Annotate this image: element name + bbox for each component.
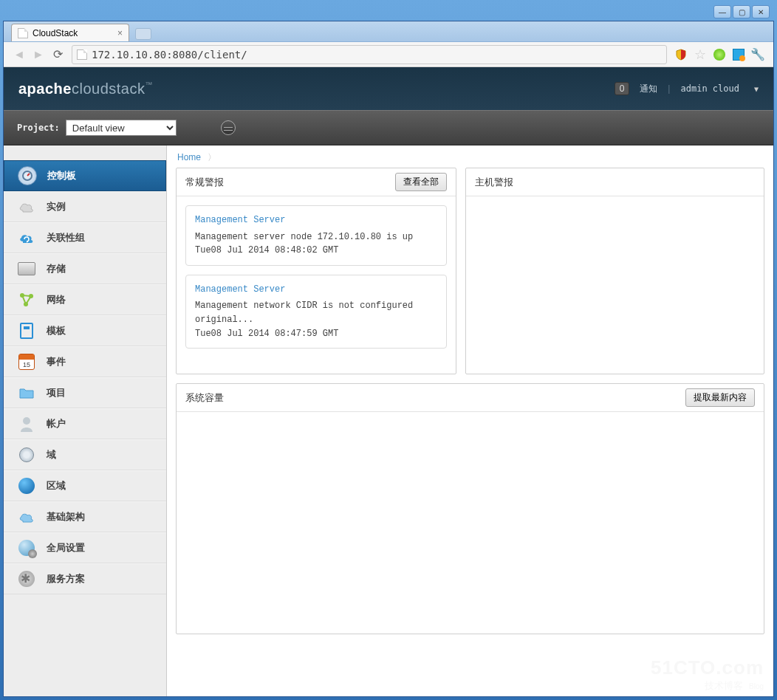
notification-label[interactable]: 通知 [640,83,657,95]
sidebar-item-dash[interactable]: 控制板 [4,160,166,191]
alert-timestamp: Tue08 Jul 2014 08:47:59 GMT [195,327,437,341]
sidebar-item-network[interactable]: 网络 [4,284,166,315]
sidebar-item-cloud-sync[interactable]: 关联性组 [4,222,166,253]
sidebar-item-label: 存储 [47,262,66,275]
globe-icon[interactable] [221,120,236,135]
sidebar-item-label: 域 [47,448,56,461]
forward-button[interactable]: ► [30,47,47,63]
url-bar[interactable]: 172.10.10.80:8080/client/ [72,45,667,64]
header-separator: | [668,83,670,94]
url-text: 172.10.10.80:8080/client/ [92,49,247,61]
chevron-down-icon: ▼ [754,85,759,93]
sidebar-item-label: 项目 [47,386,66,399]
project-label: Project: [17,123,60,133]
browser-menu-icon[interactable]: 🔧 [750,47,765,62]
alert-title: Management Server [195,213,437,227]
sidebar-item-user[interactable]: 帐户 [4,408,166,439]
refresh-capacity-button[interactable]: 提取最新内容 [685,388,755,407]
app-logo: apachecloudstack™ [18,80,153,97]
reload-button[interactable]: ⟳ [49,47,66,63]
breadcrumb-home[interactable]: Home [177,152,201,162]
sidebar-item-infra[interactable]: 基础架构 [4,501,166,532]
window-title-bar: — ▢ ✕ [3,3,774,21]
browser-toolbar: ◄ ► ⟳ 172.10.10.80:8080/client/ ☆ 🔧 [4,42,773,67]
sidebar-item-zone[interactable]: 区域 [4,470,166,501]
sidebar-item-template[interactable]: 模板 [4,315,166,346]
shield-icon[interactable] [674,47,688,62]
alert-message: Management network CIDR is not configure… [195,299,437,326]
sidebar-item-label: 事件 [47,355,66,368]
browser-tab[interactable]: CloudStack × [11,24,129,41]
sidebar-item-label: 模板 [47,324,66,337]
svg-point-6 [23,417,30,425]
sidebar-item-label: 区域 [47,479,66,493]
project-select[interactable]: Default view [66,120,177,136]
sidebar-item-label: 帐户 [47,417,66,430]
view-all-button[interactable]: 查看全部 [395,173,447,191]
sidebar-item-event[interactable]: 15事件 [4,346,166,377]
sidebar-item-label: 实例 [47,200,66,213]
sidebar: 控制板实例关联性组存储网络模板15事件项目帐户域区域基础架构全局设置服务方案 [4,145,166,696]
alert-item[interactable]: Management ServerManagement network CIDR… [185,275,447,349]
extension-icon[interactable] [712,47,727,62]
tab-close-icon[interactable]: × [117,28,123,38]
page-icon [77,49,87,60]
panel-system-capacity: 系统容量 提取最新内容 [176,383,764,634]
user-name: admin cloud [680,83,739,94]
sidebar-item-folder[interactable]: 项目 [4,377,166,408]
sidebar-item-service[interactable]: 服务方案 [4,563,166,594]
panel-title: 主机警报 [475,176,513,189]
project-bar: Project: Default view [4,110,773,145]
window-maximize-button[interactable]: ▢ [733,5,750,18]
panel-title: 系统容量 [185,391,224,405]
panel-title: 常规警报 [185,176,224,189]
app-header: apachecloudstack™ 0 通知 | admin cloud ▼ [4,67,773,110]
sidebar-item-label: 控制板 [47,169,76,182]
page-icon [18,28,28,38]
svg-line-1 [27,174,30,176]
panel-general-alerts: 常规警报 查看全部 Management ServerManagement se… [176,168,456,374]
panel-host-alerts: 主机警报 [465,168,764,374]
sidebar-item-label: 全局设置 [47,541,85,555]
sidebar-item-label: 服务方案 [47,572,85,586]
alert-title: Management Server [195,283,437,297]
sidebar-item-cloud[interactable]: 实例 [4,191,166,222]
new-tab-button[interactable] [135,28,151,40]
window-minimize-button[interactable]: — [713,5,731,18]
breadcrumb: Home 〉 [167,145,773,168]
sidebar-item-global[interactable]: 全局设置 [4,532,166,563]
extension-icon-2[interactable] [731,47,746,62]
sidebar-item-domain[interactable]: 域 [4,439,166,470]
sidebar-item-label: 网络 [47,293,66,306]
alert-timestamp: Tue08 Jul 2014 08:48:02 GMT [195,244,437,258]
bookmark-star-icon[interactable]: ☆ [693,47,708,62]
sidebar-item-storage[interactable]: 存储 [4,253,166,284]
user-menu[interactable]: admin cloud ▼ [680,83,759,94]
window-close-button[interactable]: ✕ [752,5,770,18]
alert-item[interactable]: Management ServerManagement server node … [185,205,447,266]
back-button[interactable]: ◄ [11,47,27,63]
sidebar-item-label: 关联性组 [47,231,85,244]
alert-message: Management server node 172.10.10.80 is u… [195,230,437,244]
tab-title: CloudStack [32,28,78,38]
notification-badge[interactable]: 0 [615,82,630,95]
main-content: Home 〉 常规警报 查看全部 Management ServerManage… [166,145,773,696]
browser-tab-strip: CloudStack × [4,21,773,42]
chevron-right-icon: 〉 [208,152,216,162]
sidebar-item-label: 基础架构 [47,510,85,524]
